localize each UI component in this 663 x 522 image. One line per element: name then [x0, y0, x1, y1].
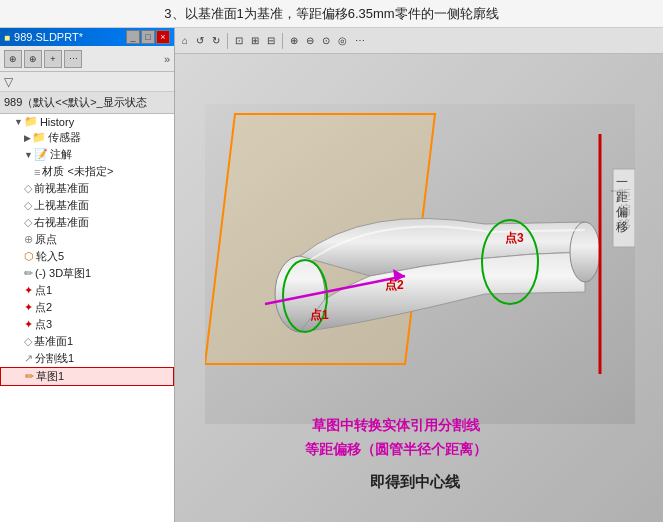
close-button[interactable]: ×: [156, 30, 170, 44]
tree-item-history[interactable]: ▼ 📁 History: [0, 114, 174, 129]
minimize-button[interactable]: _: [126, 30, 140, 44]
filter-row: ▽: [0, 72, 174, 92]
expand-icon: ▶: [24, 133, 31, 143]
feature-icon: ⬡: [24, 250, 34, 263]
tree-label-sensors: 传感器: [48, 130, 81, 145]
tree-item-loft5[interactable]: ⬡ 轮入5: [0, 248, 174, 265]
tree-label-top-plane: 上视基准面: [34, 198, 89, 213]
right-toolbar: ⌂ ↺ ↻ ⊡ ⊞ ⊟ ⊕ ⊖ ⊙ ◎ ⋯: [175, 28, 663, 54]
tree-area[interactable]: ▼ 📁 History ▶ 📁 传感器 ▼ 📝 注解 ≡ 材质 <未指定>: [0, 114, 174, 522]
tree-label-right-plane: 右视基准面: [34, 215, 89, 230]
point-icon: ✦: [24, 301, 33, 314]
tree-item-annotations[interactable]: ▼ 📝 注解: [0, 146, 174, 163]
svg-text:点3: 点3: [505, 231, 524, 245]
left-toolbar: ⊕ ⊕ + ⋯ »: [0, 46, 174, 72]
sketch3d-icon: ✏: [24, 267, 33, 280]
tree-label-splitline1: 分割线1: [35, 351, 74, 366]
annotations-icon: 📝: [34, 148, 48, 161]
folder-icon: 📁: [24, 115, 38, 128]
tree-label-material: 材质 <未指定>: [42, 164, 113, 179]
tree-item-origin[interactable]: ⊕ 原点: [0, 231, 174, 248]
toolbar-btn-1[interactable]: ⊕: [4, 50, 22, 68]
rt-btn-zoom-out[interactable]: ⊖: [303, 34, 317, 47]
datum-icon: ◇: [24, 335, 32, 348]
tree-label-sketch1: 草图1: [36, 369, 64, 384]
point-icon: ✦: [24, 284, 33, 297]
toolbar-btn-4[interactable]: ⋯: [64, 50, 82, 68]
annotation-line2: 等距偏移（圆管半径个距离）: [305, 438, 487, 462]
tree-item-front-plane[interactable]: ◇ 前视基准面: [0, 180, 174, 197]
tree-item-top-plane[interactable]: ◇ 上视基准面: [0, 197, 174, 214]
rt-btn-view1[interactable]: ⊡: [232, 34, 246, 47]
rt-btn-zoom-fit[interactable]: ⊙: [319, 34, 333, 47]
tree-label-front-plane: 前视基准面: [34, 181, 89, 196]
tree-label-loft5: 轮入5: [36, 249, 64, 264]
svg-text:点1: 点1: [310, 308, 329, 322]
rt-btn-undo[interactable]: ↺: [193, 34, 207, 47]
tree-item-3dsketch1[interactable]: ✏ (-) 3D草图1: [0, 265, 174, 282]
sketch-icon: ✏: [25, 370, 34, 383]
svg-text:偏: 偏: [616, 205, 628, 219]
toolbar-arrow[interactable]: »: [164, 53, 170, 65]
split-icon: ↗: [24, 352, 33, 365]
tree-item-point3[interactable]: ✦ 点3: [0, 316, 174, 333]
rt-btn-view2[interactable]: ⊞: [248, 34, 262, 47]
annotation-black: 即得到中心线: [370, 473, 460, 492]
right-panel: ⌂ ↺ ↻ ⊡ ⊞ ⊟ ⊕ ⊖ ⊙ ◎ ⋯: [175, 28, 663, 522]
expand-icon: ▼: [24, 150, 33, 160]
maximize-button[interactable]: □: [141, 30, 155, 44]
annotation-magenta: 草图中转换实体引用分割线 等距偏移（圆管半径个距离）: [305, 414, 487, 462]
plane-icon: ◇: [24, 182, 32, 195]
point-icon: ✦: [24, 318, 33, 331]
tree-label-origin: 原点: [35, 232, 57, 247]
expand-icon: ▼: [14, 117, 23, 127]
tree-item-material[interactable]: ≡ 材质 <未指定>: [0, 163, 174, 180]
tree-item-datum1[interactable]: ◇ 基准面1: [0, 333, 174, 350]
window-title: 989.SLDPRT*: [14, 31, 83, 43]
tree-item-point2[interactable]: ✦ 点2: [0, 299, 174, 316]
svg-text:距: 距: [616, 190, 628, 204]
svg-text:点2: 点2: [385, 278, 404, 292]
window-titlebar: ■ 989.SLDPRT* _ □ ×: [0, 28, 174, 46]
plane-icon: ◇: [24, 199, 32, 212]
rt-btn-home[interactable]: ⌂: [179, 34, 191, 47]
plane-icon: ◇: [24, 216, 32, 229]
rt-btn-more[interactable]: ⋯: [352, 34, 368, 47]
filter-icon: ▽: [4, 75, 13, 89]
tree-label-point3: 点3: [35, 317, 52, 332]
svg-text:移: 移: [616, 220, 628, 234]
rt-btn-view3[interactable]: ⊟: [264, 34, 278, 47]
pipe-model-svg: 点2 点1 点3 一 距 偏 移 一 距 偏 移: [205, 104, 635, 424]
origin-icon: ⊕: [24, 233, 33, 246]
tree-label-annotations: 注解: [50, 147, 72, 162]
top-label: 3、以基准面1为基准，等距偏移6.35mm零件的一侧轮廓线: [0, 0, 663, 28]
tree-label-history: History: [40, 116, 74, 128]
svg-text:一: 一: [616, 175, 628, 189]
material-icon: ≡: [34, 166, 40, 178]
tree-item-sketch1[interactable]: ✏ 草图1: [0, 367, 174, 386]
part-title: 989（默认<<默认>_显示状态: [0, 92, 174, 114]
toolbar-btn-2[interactable]: ⊕: [24, 50, 42, 68]
window-controls: _ □ ×: [126, 30, 170, 44]
tree-item-sensors[interactable]: ▶ 📁 传感器: [0, 129, 174, 146]
tree-item-right-plane[interactable]: ◇ 右视基准面: [0, 214, 174, 231]
tree-label-point1: 点1: [35, 283, 52, 298]
tree-label-datum1: 基准面1: [34, 334, 73, 349]
tree-item-splitline1[interactable]: ↗ 分割线1: [0, 350, 174, 367]
tree-label-point2: 点2: [35, 300, 52, 315]
toolbar-btn-3[interactable]: +: [44, 50, 62, 68]
rt-btn-redo[interactable]: ↻: [209, 34, 223, 47]
annotation-line1: 草图中转换实体引用分割线: [305, 414, 487, 438]
rt-btn-rotate[interactable]: ◎: [335, 34, 350, 47]
sensors-icon: 📁: [32, 131, 46, 144]
viewport[interactable]: 点2 点1 点3 一 距 偏 移 一 距 偏 移 草图中转换实体引用分割线 等距…: [175, 54, 663, 522]
rt-btn-zoom-in[interactable]: ⊕: [287, 34, 301, 47]
tree-item-point1[interactable]: ✦ 点1: [0, 282, 174, 299]
left-panel: ■ 989.SLDPRT* _ □ × ⊕ ⊕ + ⋯ » ▽ 989（默认<<…: [0, 28, 175, 522]
tree-label-3dsketch1: (-) 3D草图1: [35, 266, 91, 281]
